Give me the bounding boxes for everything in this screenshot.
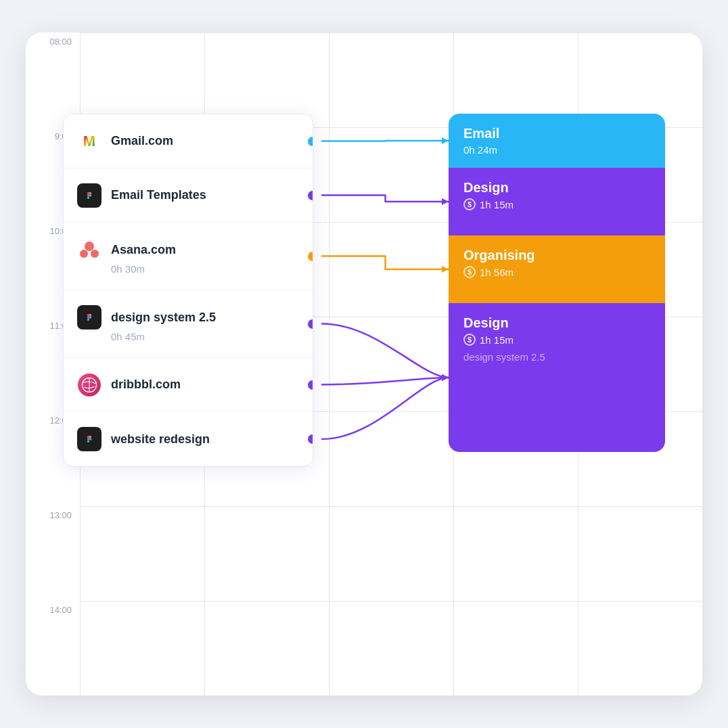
browser-item-dribbble[interactable]: dribbbl.com: [64, 358, 313, 412]
connection-dot-design-system: [308, 319, 313, 329]
organising-event-time: $ 1h 56m: [463, 266, 650, 278]
email-event-title: Email: [463, 126, 650, 141]
dribbble-icon: [78, 373, 101, 396]
connection-dot-asana: [308, 252, 313, 261]
gmail-title: Gmail.com: [111, 134, 173, 148]
billing-icon-2: $: [463, 266, 476, 278]
browser-item-email-templates[interactable]: Email Templates: [64, 168, 313, 223]
design-system-title: design system 2.5: [111, 311, 216, 325]
connection-dot-gmail: [308, 137, 313, 146]
design-event-1[interactable]: Design $ 1h 15m: [449, 168, 665, 235]
design-event-1-title: Design: [463, 180, 650, 196]
browser-item-design-system[interactable]: design system 2.5 0h 45m: [64, 290, 313, 358]
figma-icon-email: [77, 183, 101, 208]
svg-point-1: [80, 250, 88, 258]
organising-event[interactable]: Organising $ 1h 56m: [449, 235, 665, 303]
email-event[interactable]: Email 0h 24m: [449, 114, 665, 168]
events-panel: Email 0h 24m Design $ 1h 15m Organising …: [449, 114, 665, 452]
website-redesign-title: website redesign: [111, 432, 210, 447]
organising-event-title: Organising: [463, 248, 650, 263]
browser-items-panel: M Gmail.com Email Templates: [63, 114, 313, 467]
design-system-sub: 0h 45m: [111, 331, 145, 342]
email-event-time: 0h 24m: [463, 144, 650, 156]
design-event-2-sub: design system 2.5: [463, 351, 650, 363]
connection-dot-email-templates: [308, 191, 313, 200]
asana-title: Asana.com: [111, 243, 176, 257]
design-event-2[interactable]: Design $ 1h 15m design system 2.5: [449, 303, 665, 452]
figma-icon-website: [77, 427, 101, 451]
browser-item-website-redesign[interactable]: website redesign: [64, 412, 313, 466]
asana-sub: 0h 30m: [111, 263, 145, 275]
figma-icon-design-system: [77, 305, 101, 329]
browser-item-gmail[interactable]: M Gmail.com: [64, 114, 313, 168]
asana-icon: [77, 237, 101, 262]
design-event-2-time: $ 1h 15m: [463, 334, 650, 346]
design-event-1-time: $ 1h 15m: [463, 198, 650, 210]
svg-point-2: [91, 250, 99, 258]
billing-icon-1: $: [463, 198, 476, 210]
browser-item-asana[interactable]: Asana.com 0h 30m: [64, 223, 313, 290]
dribbble-title: dribbbl.com: [111, 378, 181, 392]
content-area: M Gmail.com Email Templates: [26, 32, 702, 696]
dribbble-icon-container: [77, 373, 101, 397]
gmail-icon-container: M: [77, 129, 101, 154]
svg-point-0: [85, 242, 94, 251]
connection-dot-website-redesign: [308, 434, 313, 444]
design-event-2-title: Design: [463, 315, 650, 331]
connection-dot-dribbble: [308, 380, 313, 390]
gmail-icon: M: [83, 133, 95, 150]
main-card: 08:00 9:00 10:00 11:00 12:00 13:00 14:00…: [26, 32, 702, 696]
email-templates-title: Email Templates: [111, 188, 206, 202]
billing-icon-3: $: [463, 334, 476, 346]
